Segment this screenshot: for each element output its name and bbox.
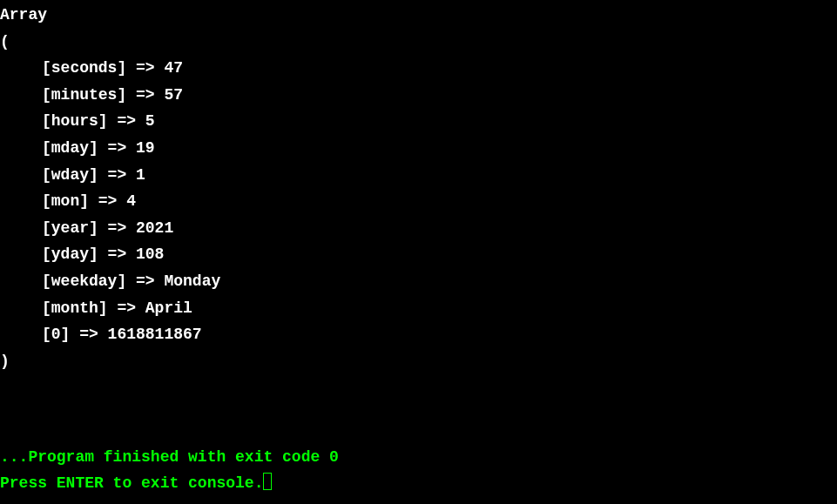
array-entry: [seconds] => 47 xyxy=(0,55,837,82)
array-entry: [mday] => 19 xyxy=(0,135,837,162)
cursor-icon xyxy=(263,473,272,490)
close-paren: ) xyxy=(0,348,837,375)
array-entry: [wday] => 1 xyxy=(0,162,837,189)
exit-prompt-text: Press ENTER to exit console. xyxy=(0,474,263,492)
array-entry: [yday] => 108 xyxy=(0,241,837,268)
array-header: Array xyxy=(0,2,837,29)
open-paren: ( xyxy=(0,29,837,56)
exit-code-message: ...Program finished with exit code 0 xyxy=(0,444,339,471)
array-entry: [0] => 1618811867 xyxy=(0,321,837,348)
array-entry: [weekday] => Monday xyxy=(0,268,837,295)
array-entry: [year] => 2021 xyxy=(0,215,837,242)
exit-prompt-line[interactable]: Press ENTER to exit console. xyxy=(0,470,339,497)
array-entries: [seconds] => 47[minutes] => 57[hours] =>… xyxy=(0,55,837,348)
array-entry: [hours] => 5 xyxy=(0,108,837,135)
terminal-output: Array ( [seconds] => 47[minutes] => 57[h… xyxy=(0,0,837,374)
array-entry: [month] => April xyxy=(0,295,837,322)
array-entry: [mon] => 4 xyxy=(0,188,837,215)
console-footer: ...Program finished with exit code 0 Pre… xyxy=(0,444,339,497)
array-entry: [minutes] => 57 xyxy=(0,82,837,109)
